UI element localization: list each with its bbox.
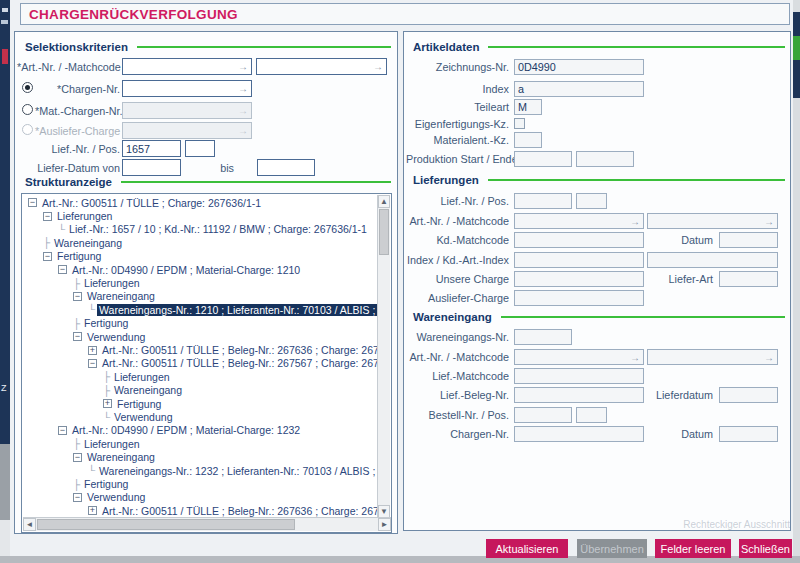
- collapse-icon[interactable]: −: [58, 426, 67, 435]
- tree-row[interactable]: −Verwendung: [24, 330, 147, 343]
- tree-row-label[interactable]: Art.-Nr.: 0D4990 / EPDM ; Material-Charg…: [70, 264, 302, 276]
- tree-row[interactable]: └Wareneingangs-Nr.: 1210 ; Lieferanten-N…: [24, 303, 377, 316]
- scroll-left-icon[interactable]: ◄: [23, 518, 36, 531]
- tree-connector: ├: [73, 278, 80, 289]
- liefer-datum-bis-input[interactable]: [257, 159, 315, 176]
- tree-row[interactable]: −Art.-Nr.: 0D4990 / EPDM ; Material-Char…: [24, 263, 302, 276]
- lookup-arrow-icon[interactable]: →: [238, 83, 248, 94]
- zeichnungs-nr-label: Zeichnungs-Nr.: [406, 61, 509, 73]
- tree-row-label[interactable]: Fertigung: [55, 250, 103, 262]
- section-rule: [137, 46, 391, 48]
- vertical-scroll-thumb[interactable]: [379, 209, 389, 255]
- kd-matchcode-field: [514, 232, 644, 248]
- chargen-nr-radio[interactable]: [22, 82, 33, 93]
- tree-row[interactable]: −Fertigung: [24, 250, 103, 263]
- index-kd-art-index-label: Index / Kd.-Art.-Index: [406, 254, 509, 266]
- expand-icon[interactable]: +: [88, 506, 97, 515]
- tree-row-label[interactable]: Wareneingangs-Nr.: 1210 ; Lieferanten-Nr…: [97, 304, 377, 316]
- tree-row-label[interactable]: Wareneingang: [52, 237, 124, 249]
- tree-connector: ├: [73, 479, 80, 490]
- lookup-arrow-icon: →: [764, 352, 774, 363]
- tree-row[interactable]: ├Wareneingang: [24, 384, 184, 397]
- expand-icon[interactable]: +: [88, 346, 97, 355]
- tree-row-label[interactable]: Wareneingang: [85, 451, 157, 463]
- structure-tree[interactable]: −Art.-Nr.: G00511 / TÜLLE ; Charge: 2676…: [24, 196, 377, 518]
- tree-row[interactable]: ├Lieferungen: [24, 437, 142, 450]
- tree-row[interactable]: └Wareneingangs-Nr.: 1232 ; Lieferanten-N…: [24, 464, 377, 477]
- tree-row-label[interactable]: Lieferungen: [112, 371, 171, 383]
- tree-row-label[interactable]: Verwendung: [112, 411, 174, 423]
- tree-row[interactable]: −Art.-Nr.: 0D4990 / EPDM ; Material-Char…: [24, 424, 302, 437]
- tree-horizontal-scrollbar[interactable]: ◄ ►: [23, 517, 391, 531]
- aktualisieren-button[interactable]: Aktualisieren: [486, 539, 568, 558]
- tree-row-label[interactable]: Verwendung: [85, 491, 147, 503]
- tree-row-label[interactable]: Wareneingang: [112, 384, 184, 396]
- mat-chargen-nr-radio[interactable]: [22, 104, 33, 115]
- tree-row-label[interactable]: Lieferungen: [82, 277, 141, 289]
- lief-matchcode-label: Lief.-Matchcode: [406, 370, 509, 382]
- tree-row[interactable]: ├Lieferungen: [24, 370, 172, 383]
- horizontal-scroll-thumb[interactable]: [37, 519, 295, 530]
- tree-row-label[interactable]: Art.-Nr.: 0D4990 / EPDM ; Material-Charg…: [70, 424, 302, 436]
- tree-row[interactable]: +Art.-Nr.: G00511 / TÜLLE ; Beleg-Nr.: 2…: [24, 343, 377, 356]
- collapse-icon[interactable]: −: [88, 359, 97, 368]
- tree-row-label[interactable]: Fertigung: [82, 317, 130, 329]
- lief-nr-input[interactable]: 1657: [122, 140, 181, 157]
- tree-row-label[interactable]: Lieferungen: [82, 438, 141, 450]
- tree-row[interactable]: ├Fertigung: [24, 477, 130, 490]
- collapse-icon[interactable]: −: [73, 493, 82, 502]
- tree-row[interactable]: −Lieferungen: [24, 209, 114, 222]
- materialent-kz-label: Materialent.-Kz.: [406, 134, 509, 146]
- collapse-icon[interactable]: −: [73, 292, 82, 301]
- wareneingangs-nr-field: [514, 329, 572, 345]
- tree-vertical-scrollbar[interactable]: ▲ ▼: [377, 195, 390, 518]
- tree-row-label[interactable]: Art.-Nr.: G00511 / TÜLLE ; Beleg-Nr.: 26…: [100, 344, 377, 356]
- tree-row-label[interactable]: Art.-Nr.: G00511 / TÜLLE ; Beleg-Nr.: 26…: [100, 505, 377, 517]
- tree-row-label[interactable]: Lief.-Nr.: 1657 / 10 ; Kd.-Nr.: 11192 / …: [67, 223, 369, 235]
- tree-row[interactable]: −Wareneingang: [24, 290, 157, 303]
- tree-row[interactable]: −Verwendung: [24, 491, 147, 504]
- lookup-arrow-icon[interactable]: →: [373, 61, 383, 72]
- collapse-icon[interactable]: −: [43, 212, 52, 221]
- collapse-icon[interactable]: −: [58, 265, 67, 274]
- tree-row[interactable]: +Art.-Nr.: G00511 / TÜLLE ; Beleg-Nr.: 2…: [24, 504, 377, 517]
- felder-leeren-button[interactable]: Felder leeren: [655, 539, 731, 558]
- tree-row-label[interactable]: Art.-Nr.: G00511 / TÜLLE ; Beleg-Nr.: 26…: [100, 357, 377, 369]
- tree-row[interactable]: ├Lieferungen: [24, 276, 142, 289]
- collapse-icon[interactable]: −: [73, 332, 82, 341]
- tree-row[interactable]: +Fertigung: [24, 397, 163, 410]
- tree-row[interactable]: −Art.-Nr.: G00511 / TÜLLE ; Charge: 2676…: [24, 196, 263, 209]
- tree-row[interactable]: −Art.-Nr.: G00511 / TÜLLE ; Beleg-Nr.: 2…: [24, 357, 377, 370]
- tree-row-label[interactable]: Wareneingang: [85, 290, 157, 302]
- tree-row-label[interactable]: Fertigung: [82, 478, 130, 490]
- matchcode-input[interactable]: →: [256, 58, 387, 75]
- lookup-arrow-icon: →: [238, 125, 248, 136]
- expand-icon[interactable]: +: [103, 399, 112, 408]
- tree-row-label[interactable]: Verwendung: [85, 331, 147, 343]
- wareneingang-datum-label: Datum: [641, 428, 713, 440]
- wareneingangs-nr-label: Wareneingangs-Nr.: [406, 331, 509, 343]
- chargen-nr-input[interactable]: →: [122, 80, 252, 97]
- tree-row-label[interactable]: Lieferungen: [55, 210, 114, 222]
- collapse-icon[interactable]: −: [28, 198, 37, 207]
- tree-connector: ├: [73, 318, 80, 329]
- lief-pos-input[interactable]: [185, 140, 215, 157]
- schliessen-button[interactable]: Schließen: [739, 539, 792, 558]
- collapse-icon[interactable]: −: [73, 453, 82, 462]
- tree-row[interactable]: −Wareneingang: [24, 451, 157, 464]
- artnr-input[interactable]: →: [122, 58, 252, 75]
- tree-row-label[interactable]: Art.-Nr.: G00511 / TÜLLE ; Charge: 26763…: [40, 197, 263, 209]
- tree-row-label[interactable]: Wareneingangs-Nr.: 1232 ; Lieferanten-Nr…: [97, 465, 377, 477]
- scroll-up-icon[interactable]: ▲: [378, 195, 390, 208]
- tree-row[interactable]: ├Wareneingang: [24, 236, 124, 249]
- liefer-datum-von-input[interactable]: [122, 159, 181, 176]
- scroll-right-icon[interactable]: ►: [378, 518, 391, 531]
- edge-fragment-green: [793, 36, 800, 60]
- tree-row-label[interactable]: Fertigung: [115, 398, 163, 410]
- tree-row[interactable]: └Lief.-Nr.: 1657 / 10 ; Kd.-Nr.: 11192 /…: [24, 223, 369, 236]
- tree-row[interactable]: ├Fertigung: [24, 317, 130, 330]
- tree-row[interactable]: └Verwendung: [24, 410, 174, 423]
- lookup-arrow-icon[interactable]: →: [238, 61, 248, 72]
- collapse-icon[interactable]: −: [43, 252, 52, 261]
- unsere-charge-field: [514, 271, 644, 287]
